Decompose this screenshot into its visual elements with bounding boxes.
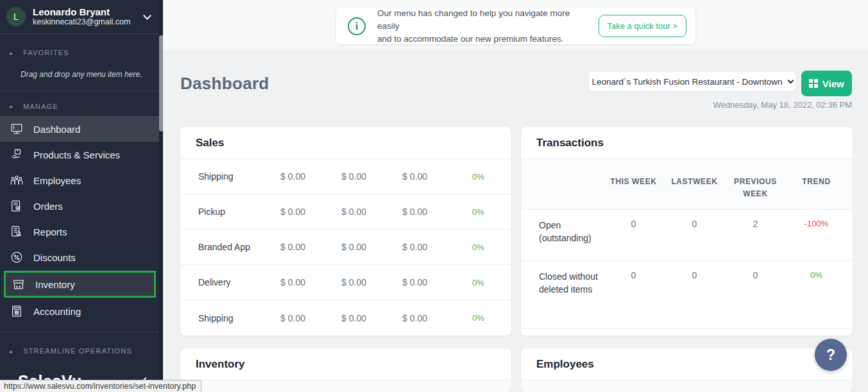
collapse-triangle-icon: ▲: [8, 104, 15, 108]
row-value: $ 0.00: [384, 242, 445, 252]
row-value: $ 0.00: [384, 171, 445, 182]
user-menu[interactable]: L Leonardo Bryant keskinnecati23@gmail.c…: [0, 0, 163, 34]
manage-section: ▲ MANAGE Dashboard Products & Services: [0, 91, 163, 324]
row-value: $ 0.00: [262, 242, 323, 252]
inventory-card-title: Inventory: [180, 348, 511, 380]
chevron-down-icon: [787, 78, 794, 84]
sidebar: L Leonardo Bryant keskinnecati23@gmail.c…: [0, 0, 163, 392]
manage-label: MANAGE: [23, 103, 58, 110]
table-row: Closed without deleted items 0 0 0 0%: [521, 261, 853, 328]
row-value: $ 0.00: [323, 207, 384, 217]
sidebar-item-orders[interactable]: Orders: [0, 193, 163, 219]
sidebar-item-discounts[interactable]: Discounts: [0, 244, 163, 270]
sidebar-item-products-services[interactable]: Products & Services: [0, 142, 163, 167]
transactions-card-title: Transactions: [521, 127, 853, 159]
row-value: $ 0.00: [384, 277, 445, 287]
chevron-down-icon[interactable]: [143, 12, 151, 20]
people-group-icon: [8, 173, 25, 188]
help-button[interactable]: ?: [815, 339, 847, 371]
manage-header[interactable]: ▲ MANAGE: [0, 97, 163, 116]
banner-line1: Our menu has changed to help you navigat…: [377, 7, 588, 33]
row-value: 2: [725, 219, 786, 229]
sidebar-item-label: Orders: [33, 201, 63, 212]
sales-card-title: Sales: [180, 127, 511, 159]
app-window: L Leonardo Bryant keskinnecati23@gmail.c…: [0, 0, 868, 392]
order-document-icon: [8, 198, 25, 214]
location-selector-value: Leonard`s Turkish Fusion Restaurant - Do…: [591, 77, 782, 87]
collapse-triangle-icon: ▲: [8, 50, 15, 55]
sidebar-item-accounting[interactable]: Accounting: [0, 298, 163, 324]
sidebar-item-label: Discounts: [33, 252, 76, 263]
menu-change-banner: i Our menu has changed to help you navig…: [336, 8, 695, 44]
location-selector[interactable]: Leonard`s Turkish Fusion Restaurant - Do…: [589, 72, 796, 91]
sidebar-item-label: Employees: [33, 175, 81, 186]
row-trend: -100%: [786, 219, 847, 228]
banner-text: Our menu has changed to help you navigat…: [377, 7, 588, 46]
current-datetime: Wednesday, May 18, 2022, 02:36 PM: [713, 100, 852, 110]
row-value: 0: [603, 219, 664, 229]
table-row: Pickup $ 0.00 $ 0.00 $ 0.00 0%: [180, 194, 511, 230]
sidebar-item-label: Products & Services: [33, 149, 120, 160]
info-icon: i: [348, 17, 366, 35]
grid-view-icon: [809, 79, 818, 88]
row-label: Delivery: [198, 277, 262, 287]
row-label: Shipping: [198, 171, 262, 182]
streamline-label: STREAMLINE OPERATIONS: [23, 347, 132, 355]
row-label: Pickup: [198, 207, 262, 217]
user-email: keskinnecati23@gmail.com: [33, 17, 142, 27]
streamline-header[interactable]: ▲ STREAMLINE OPERATIONS: [0, 341, 163, 361]
row-value: 0: [664, 219, 725, 229]
row-value: $ 0.00: [323, 171, 384, 182]
sidebar-item-inventory[interactable]: Inventory: [4, 271, 156, 298]
row-trend: 0%: [445, 207, 511, 217]
sidebar-item-dashboard[interactable]: Dashboard: [0, 116, 163, 142]
favorites-hint: Drag and drop any menu item here.: [0, 62, 163, 79]
table-row: Shipping $ 0.00 $ 0.00 $ 0.00 0%: [180, 159, 511, 194]
favorites-header[interactable]: ▲ FAVORITES: [0, 43, 163, 62]
table-row: Branded App $ 0.00 $ 0.00 $ 0.00 0%: [180, 230, 511, 265]
favorites-section: ▲ FAVORITES Drag and drop any menu item …: [0, 34, 163, 91]
status-bar-url: https://www.salesvu.com/inventories/set-…: [0, 380, 201, 392]
table-row: Delivery $ 0.00 $ 0.00 $ 0.00 0%: [180, 265, 511, 300]
hand-box-icon: [8, 147, 25, 162]
transactions-table-header: THIS WEEK LASTWEEK PREVIOUS WEEK TREND: [521, 159, 853, 210]
row-value: $ 0.00: [323, 313, 384, 323]
column-header: LASTWEEK: [664, 168, 725, 188]
transactions-card: Transactions THIS WEEK LASTWEEK PREVIOUS…: [521, 127, 853, 336]
employees-card-title: Employees: [521, 348, 853, 380]
streamline-section: ▲ STREAMLINE OPERATIONS: [0, 332, 163, 361]
row-trend: 0%: [445, 243, 511, 252]
inventory-card: Inventory: [180, 348, 511, 392]
column-header: TREND: [786, 168, 847, 188]
take-quick-tour-button[interactable]: Take a quick tour >: [599, 15, 686, 37]
row-value: $ 0.00: [262, 171, 323, 182]
table-header-band: [521, 380, 853, 392]
sidebar-item-label: Reports: [33, 226, 67, 237]
column-header: PREVIOUS WEEK: [725, 168, 786, 200]
table-row: Shipping $ 0.00 $ 0.00 $ 0.00 0%: [180, 300, 511, 336]
table-row: Closed with 0 0 0 0%: [521, 328, 853, 336]
row-trend: 0%: [445, 172, 511, 182]
favorites-label: FAVORITES: [23, 49, 69, 56]
row-label: Branded App: [198, 242, 262, 252]
row-trend: 0%: [445, 278, 511, 287]
sidebar-item-employees[interactable]: Employees: [0, 167, 163, 193]
table-header-band: [180, 380, 511, 392]
row-label: Closed without deleted items: [539, 270, 603, 296]
row-trend: 0%: [445, 313, 511, 323]
view-button[interactable]: View: [801, 71, 852, 96]
table-row: Open (outstanding) 0 0 2 -100%: [521, 210, 853, 261]
row-trend: 0%: [786, 270, 847, 280]
sales-card: Sales Shipping $ 0.00 $ 0.00 $ 0.00 0% P…: [180, 127, 511, 336]
calculator-icon: [8, 303, 25, 319]
row-value: $ 0.00: [262, 313, 323, 323]
sidebar-item-label: Dashboard: [33, 124, 80, 135]
sidebar-item-label: Inventory: [35, 279, 75, 290]
sidebar-item-reports[interactable]: Reports: [0, 219, 163, 244]
sidebar-item-label: Accounting: [33, 306, 81, 317]
page-title: Dashboard: [180, 74, 269, 94]
user-name: Leonardo Bryant: [33, 6, 142, 17]
user-info: Leonardo Bryant keskinnecati23@gmail.com: [33, 6, 142, 27]
sidebar-scrollbar-thumb[interactable]: [159, 35, 163, 132]
row-value: $ 0.00: [262, 277, 323, 287]
